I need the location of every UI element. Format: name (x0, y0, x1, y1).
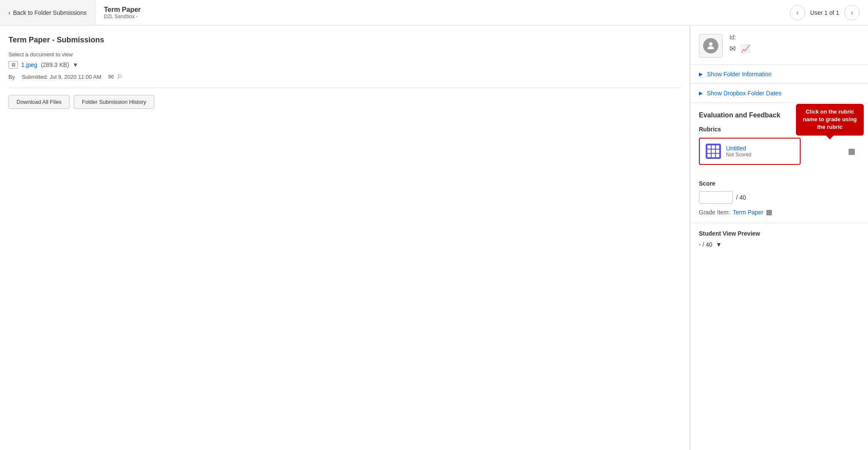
score-section: Score / 40 Grade Item: Term Paper ▩ (690, 180, 868, 223)
right-panel: Id: ✉ 📈 ▶ Show Folder Information ▶ Show… (690, 25, 868, 450)
user-counter: User 1 of 1 (810, 9, 839, 16)
student-preview-title: Student View Preview (699, 230, 860, 237)
rubric-card[interactable]: Untitled Not Scored (699, 138, 801, 165)
callout-box: Click on the rubric name to grade using … (796, 104, 864, 136)
email-user-icon[interactable]: ✉ (729, 44, 736, 53)
back-link-label: Back to Folder Submissions (13, 9, 87, 16)
user-id-label: Id: (729, 34, 860, 41)
page-title: Term Paper - Submissions (8, 36, 681, 44)
show-folder-info-section[interactable]: ▶ Show Folder Information (690, 65, 868, 84)
action-buttons: Download All Files Folder Submission His… (8, 95, 681, 109)
rubric-stats-button[interactable]: ▩ (848, 147, 855, 156)
rubric-text: Untitled Not Scored (726, 145, 751, 158)
submitted-date: Submitted: Jul 9, 2020 11:00 AM (22, 74, 101, 80)
next-user-button[interactable]: › (844, 5, 860, 20)
rubric-area: Click on the rubric name to grade using … (699, 138, 860, 165)
next-arrow-icon: › (851, 9, 853, 17)
user-action-icons: ✉ 📈 (729, 44, 860, 53)
svg-point-0 (709, 42, 712, 46)
callout-text: Click on the rubric name to grade using … (803, 108, 857, 130)
folder-submission-history-button[interactable]: Folder Submission History (74, 95, 154, 109)
rubric-status: Not Scored (726, 152, 751, 158)
rubric-grid-icon (706, 144, 721, 159)
grade-item-row: Grade Item: Term Paper ▩ (699, 208, 860, 216)
left-panel: Term Paper - Submissions Select a docume… (0, 25, 690, 450)
top-bar-right: ‹ User 1 of 1 › (782, 5, 868, 20)
top-bar: ‹ Back to Folder Submissions Term Paper … (0, 0, 868, 25)
dropbox-dates-arrow-icon: ▶ (699, 90, 703, 96)
user-details: Id: ✉ 📈 (729, 34, 860, 53)
rubric-name: Untitled (726, 145, 751, 152)
show-folder-info-label: Show Folder Information (707, 71, 772, 78)
prev-arrow-icon: ‹ (796, 9, 798, 17)
score-input[interactable] (699, 191, 733, 204)
avatar-icon (703, 38, 718, 53)
submitted-by-label: By (8, 74, 15, 80)
email-icon[interactable]: ✉ (108, 73, 114, 81)
score-input-row: / 40 (699, 191, 860, 204)
preview-score: - / 40 (699, 241, 712, 248)
file-thumbnail-icon: 🖼 (8, 61, 18, 69)
back-arrow-icon: ‹ (8, 9, 11, 16)
score-label: Score (699, 180, 860, 187)
back-link[interactable]: ‹ Back to Folder Submissions (0, 0, 95, 25)
avatar (699, 34, 723, 58)
preview-score-row: - / 40 ▼ (699, 241, 860, 248)
grade-item-label: Grade Item: (699, 209, 730, 216)
header-title-area: Term Paper D2L Sandbox - (95, 3, 149, 23)
grade-item-link[interactable]: Term Paper (733, 209, 763, 216)
prev-user-button[interactable]: ‹ (790, 5, 805, 20)
file-size: (289.3 KB) (41, 61, 69, 68)
submission-meta: By Submitted: Jul 9, 2020 11:00 AM ✉ ⚐ (8, 73, 681, 81)
grade-bar-icon: ▩ (766, 208, 772, 216)
header-title: Term Paper (104, 6, 141, 14)
top-bar-left: ‹ Back to Folder Submissions Term Paper … (0, 0, 149, 25)
show-dropbox-dates-section[interactable]: ▶ Show Dropbox Folder Dates (690, 84, 868, 103)
flag-icon[interactable]: ⚐ (117, 73, 123, 81)
score-out-of: / 40 (736, 194, 746, 201)
bar-chart-icon: ▩ (848, 147, 855, 156)
eval-section: Evaluation and Feedback Rubrics Click on… (690, 103, 868, 180)
chart-user-icon[interactable]: 📈 (741, 44, 750, 53)
download-all-files-button[interactable]: Download All Files (8, 95, 70, 109)
user-info-section: Id: ✉ 📈 (690, 25, 868, 65)
file-row: 🖼 1.jpeg (289.3 KB) ▼ (8, 61, 681, 69)
student-preview-section: Student View Preview - / 40 ▼ (690, 223, 868, 255)
header-subtitle: D2L Sandbox - (104, 14, 141, 19)
show-dropbox-dates-label: Show Dropbox Folder Dates (707, 90, 782, 97)
main-layout: Term Paper - Submissions Select a docume… (0, 25, 868, 450)
divider (8, 88, 681, 88)
file-link[interactable]: 1.jpeg (21, 61, 37, 68)
meta-icons: ✉ ⚐ (108, 73, 123, 81)
select-doc-label: Select a document to view (8, 51, 681, 58)
file-dropdown-button[interactable]: ▼ (72, 61, 78, 68)
folder-info-arrow-icon: ▶ (699, 71, 703, 77)
preview-dropdown-button[interactable]: ▼ (716, 241, 722, 248)
